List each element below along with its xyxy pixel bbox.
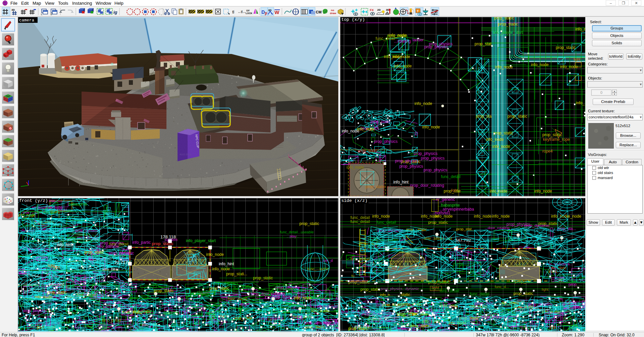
svg-text:L: L bbox=[41, 13, 43, 16]
svg-text:CM: CM bbox=[316, 10, 321, 14]
svg-text:info_node: info_node bbox=[422, 125, 440, 129]
svg-text:light: light bbox=[549, 325, 557, 330]
svg-text:...e_node: ...e_node bbox=[564, 214, 581, 219]
svg-text:D: D bbox=[261, 9, 265, 15]
svg-text:light: light bbox=[542, 287, 548, 291]
svg-text:72.717: 72.717 bbox=[114, 260, 128, 265]
svg-text:T: T bbox=[417, 9, 419, 13]
svg-text:S: S bbox=[50, 13, 52, 16]
svg-text:prop_static: prop_static bbox=[507, 114, 527, 119]
svg-text:draw: draw bbox=[330, 12, 336, 15]
svg-text:ig: ig bbox=[113, 10, 117, 15]
svg-text:LOCK: LOCK bbox=[246, 12, 252, 14]
svg-text:func_detail...useable: func_detail...useable bbox=[280, 230, 314, 234]
svg-text:keyframe_rope: keyframe_rope bbox=[543, 137, 570, 142]
svg-text:info_hint: info_hint bbox=[57, 242, 72, 247]
svg-text:no: no bbox=[331, 9, 334, 12]
svg-text:...er_generic: ...er_generic bbox=[433, 198, 455, 202]
svg-text:prop_static: prop_static bbox=[493, 131, 513, 135]
svg-text:prop_static: prop_static bbox=[370, 119, 390, 124]
svg-text:prop_static: prop_static bbox=[365, 184, 385, 189]
svg-text:prop_physics: prop_physics bbox=[395, 159, 419, 163]
svg-text:info_player_start: info_player_start bbox=[493, 30, 523, 35]
svg-text:UV: UV bbox=[246, 9, 250, 12]
svg-text:info_node: info_node bbox=[486, 137, 504, 142]
svg-text:prop_physics: prop_physics bbox=[424, 168, 447, 172]
svg-text:func_detail: func_detail bbox=[377, 220, 396, 225]
svg-text:FX: FX bbox=[370, 8, 374, 12]
svg-text:prop_static: prop_static bbox=[513, 291, 533, 296]
svg-text:2D: 2D bbox=[377, 8, 381, 11]
svg-text:func_detail: func_detail bbox=[441, 174, 460, 179]
svg-text:func_d...: func_d... bbox=[495, 285, 509, 289]
svg-text:prop_static: prop_static bbox=[428, 220, 448, 225]
svg-text:prop_physics: prop_physics bbox=[424, 45, 448, 49]
svg-text:...der_d: ...der_d bbox=[320, 259, 333, 263]
svg-text:light: light bbox=[432, 286, 439, 290]
svg-text:info_node: info_node bbox=[389, 33, 406, 38]
svg-text:info_player_start: info_player_start bbox=[186, 238, 216, 243]
svg-text:tl: tl bbox=[232, 10, 234, 14]
svg-text:info_node: info_node bbox=[492, 214, 510, 219]
svg-text:prop_sta: prop_sta bbox=[476, 114, 492, 119]
svg-text:info_hint: info_hint bbox=[49, 282, 64, 287]
svg-text:info_node: info_node bbox=[294, 296, 312, 300]
svg-text:3D: 3D bbox=[11, 8, 15, 11]
svg-text:prop_physics: prop_physics bbox=[374, 139, 398, 144]
svg-text:prop_door_rotating: prop_door_rotating bbox=[410, 183, 444, 188]
svg-text:light: light bbox=[48, 263, 55, 268]
svg-text:prop_static: prop_static bbox=[358, 149, 378, 153]
svg-text:info_hint: info_hint bbox=[102, 267, 118, 272]
svg-text:prop_static: prop_static bbox=[84, 250, 104, 255]
svg-text:347.792: 347.792 bbox=[455, 238, 471, 243]
svg-text:prop_static: prop_static bbox=[556, 45, 576, 50]
svg-text:camera: camera bbox=[19, 18, 35, 23]
svg-text:ladder: ladder bbox=[412, 38, 424, 42]
svg-text:T: T bbox=[4, 2, 6, 5]
svg-text:info_node: info_node bbox=[357, 127, 375, 131]
svg-text:prop_static: prop_static bbox=[299, 221, 319, 226]
svg-text:prop_static: prop_static bbox=[209, 286, 229, 291]
svg-text:p: p bbox=[265, 11, 267, 15]
svg-text:info_node: info_node bbox=[394, 64, 412, 68]
svg-text:prop_static: prop_static bbox=[360, 287, 380, 292]
svg-text:info_node: info_node bbox=[372, 214, 390, 219]
svg-text:info_partic: info_partic bbox=[132, 240, 151, 245]
svg-text:info_node: info_node bbox=[474, 214, 492, 219]
svg-text:info_node: info_node bbox=[414, 101, 432, 106]
svg-text:info_particle: info_particle bbox=[97, 244, 119, 249]
svg-text:prop_static: prop_static bbox=[348, 326, 368, 331]
svg-text:info_n: info_n bbox=[575, 27, 585, 32]
svg-text:W: W bbox=[275, 9, 280, 15]
svg-text:info_node: info_node bbox=[206, 252, 224, 257]
svg-text:prop_stati...: prop_stati... bbox=[226, 272, 247, 276]
svg-text:prop_...: prop_... bbox=[568, 282, 582, 287]
svg-text:info_hint: info_hint bbox=[393, 180, 409, 184]
svg-text:↔tl↔: ↔tl↔ bbox=[238, 10, 246, 14]
svg-text:prop_physics: prop_physics bbox=[421, 156, 445, 161]
svg-text:info_node: info_node bbox=[492, 144, 510, 149]
svg-text:light: light bbox=[574, 57, 580, 61]
svg-text:prop_stat: prop_stat bbox=[475, 42, 492, 46]
svg-text:...door_rotating: ...door_rotating bbox=[485, 226, 509, 230]
svg-text:prop_physics: prop_physics bbox=[399, 164, 423, 169]
svg-text:...prop_stat...: ...prop_stat... bbox=[453, 227, 475, 231]
svg-text:info_node: info_node bbox=[384, 54, 402, 59]
svg-text:info_node: info_node bbox=[435, 214, 453, 219]
svg-text:info_node: info_node bbox=[212, 267, 230, 271]
svg-text:info_node: info_node bbox=[346, 165, 364, 170]
svg-text:func_detail: func_detail bbox=[470, 292, 489, 296]
svg-text:rope4: rope4 bbox=[542, 149, 553, 154]
svg-text:info_node: info_node bbox=[531, 62, 549, 67]
svg-text:178.118: 178.118 bbox=[160, 234, 176, 239]
svg-text:...rotating: ...rotating bbox=[394, 39, 411, 44]
svg-text:prop_static: prop_static bbox=[498, 22, 518, 26]
svg-text:info_hint: info_hint bbox=[219, 262, 234, 266]
svg-text:prop_static: prop_static bbox=[494, 17, 514, 20]
svg-text:prop_static: prop_static bbox=[154, 288, 174, 293]
svg-text:light: light bbox=[451, 188, 458, 192]
svg-text:info_: info_ bbox=[576, 101, 585, 105]
